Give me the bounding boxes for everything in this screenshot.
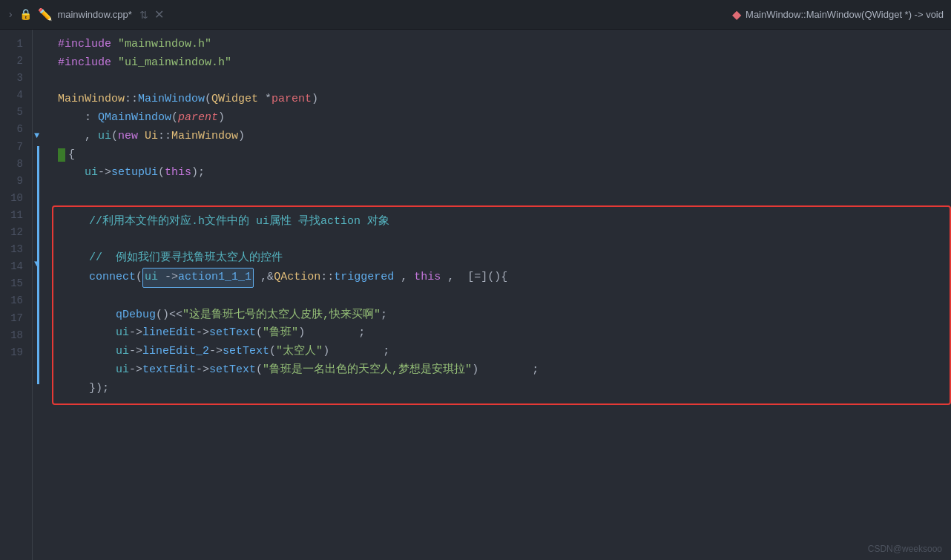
code-line-10: //利用本文件的对应.h文件中的 ui属性 寻找action 对象 — [62, 213, 941, 231]
line-num: 13 — [6, 241, 23, 258]
code-line-4: MainWindow::MainWindow(QWidget *parent) — [58, 90, 951, 109]
code-line-18: ui->textEdit->setText("鲁班是一名出色的天空人,梦想是安琪… — [62, 361, 941, 380]
line-numbers: 1 2 3 4 5 6 7 8 9 10 11 12 13 14 15 16 1… — [0, 30, 33, 560]
code-line-13: connect(ui ->action1_1_1 ,&QAction::trig… — [62, 268, 941, 288]
code-line-2: #include "ui_mainwindow.h" — [58, 54, 951, 73]
diamond-icon: ◆ — [732, 7, 741, 22]
close-tab-button[interactable]: ✕ — [154, 7, 164, 22]
line-num: 4 — [6, 87, 23, 104]
line-num: 2 — [6, 53, 23, 70]
line-num: 1 — [6, 36, 23, 53]
code-line-9 — [58, 182, 951, 201]
line-num: 12 — [6, 224, 23, 241]
code-line-17: ui->lineEdit_2->setText("太空人") ; — [62, 343, 941, 361]
line-num: 10 — [6, 190, 23, 207]
code-line-7: { — [58, 146, 951, 165]
line-num: 14 — [6, 258, 23, 275]
code-line-3 — [58, 73, 951, 91]
function-signature: ◆ MainWindow::MainWindow(QWidget *) -> v… — [732, 7, 944, 22]
code-line-6: , ui(new Ui::MainWindow) — [58, 128, 951, 146]
code-line-19: }); — [62, 380, 941, 398]
line-num: 6 — [6, 121, 23, 138]
annotation-box: //利用本文件的对应.h文件中的 ui属性 寻找action 对象 // 例如我… — [52, 205, 951, 406]
line-num: 16 — [6, 292, 23, 309]
line-num: 15 — [6, 275, 23, 292]
code-line-5: : QMainWindow(parent) — [58, 109, 951, 128]
line-num: 5 — [6, 104, 23, 121]
code-content[interactable]: #include "mainwindow.h" #include "ui_mai… — [46, 30, 951, 560]
line-num: 7 — [6, 139, 23, 156]
edit-icon: ✏️ — [38, 7, 53, 22]
fold-arrow-6[interactable]: ▼ — [34, 131, 39, 141]
sort-arrows-icon: ⇅ — [139, 9, 148, 21]
code-line-16: ui->lineEdit->setText("鲁班") ; — [62, 324, 941, 343]
tab-file[interactable]: ✏️ mainwindow.cpp* ⇅ ✕ — [38, 7, 163, 22]
line-num: 17 — [6, 310, 23, 327]
code-line-8: ui->setupUi(this); — [58, 164, 951, 182]
watermark: CSDN@weeksooo — [868, 544, 942, 554]
line-num: 19 — [6, 344, 23, 361]
line-num: 9 — [6, 173, 23, 190]
fold-arrow-13[interactable]: ▼ — [34, 259, 39, 269]
code-line-11 — [62, 231, 941, 250]
indicator-bar: ▼ ▼ — [33, 30, 46, 560]
code-area: 1 2 3 4 5 6 7 8 9 10 11 12 13 14 15 16 1… — [0, 30, 951, 560]
line-num: 8 — [6, 156, 23, 173]
code-line-1: #include "mainwindow.h" — [58, 36, 951, 54]
function-sig-text: MainWindow::MainWindow(QWidget *) -> voi… — [746, 9, 944, 20]
code-line-14 — [62, 288, 941, 306]
line-num: 3 — [6, 70, 23, 87]
code-line-15: qDebug()<<"这是鲁班七号的太空人皮肤,快来买啊"; — [62, 306, 941, 325]
line-num: 11 — [6, 207, 23, 224]
forward-arrow-icon: › — [7, 9, 13, 21]
line-num: 18 — [6, 327, 23, 344]
filename: mainwindow.cpp* — [57, 9, 131, 20]
title-bar: › 🔒 ✏️ mainwindow.cpp* ⇅ ✕ ◆ MainWindow:… — [0, 0, 951, 30]
lock-icon: 🔒 — [19, 8, 32, 21]
code-line-12: // 例如我们要寻找鲁班太空人的控件 — [62, 249, 941, 268]
